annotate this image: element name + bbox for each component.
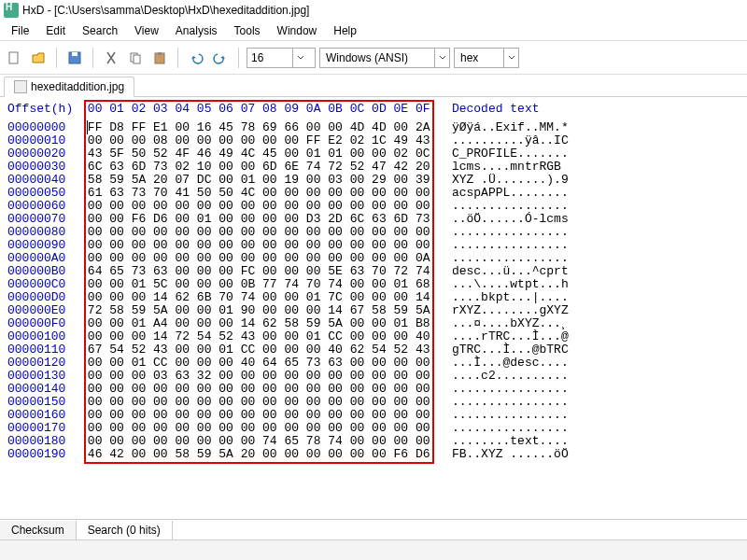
separator <box>92 48 93 68</box>
menu-window[interactable]: Window <box>270 22 325 39</box>
paste-button[interactable] <box>149 48 170 68</box>
svg-rect-0 <box>9 52 18 63</box>
separator <box>56 48 57 68</box>
hex-editor[interactable]: Offset(h) 00 01 02 03 04 05 06 07 08 09 … <box>0 97 747 461</box>
undo-button[interactable] <box>186 48 206 68</box>
save-button[interactable] <box>64 48 85 68</box>
tab-search-hits[interactable]: Search (0 hits) <box>77 521 173 539</box>
new-button[interactable] <box>4 48 24 68</box>
file-icon <box>14 80 27 93</box>
copy-button[interactable] <box>125 48 146 68</box>
hex-header-row: Offset(h) 00 01 02 03 04 05 06 07 08 09 … <box>7 103 740 116</box>
number-base-combo[interactable]: hex <box>454 48 519 68</box>
tab-checksum[interactable]: Checksum <box>0 521 77 539</box>
menu-view[interactable]: View <box>127 22 166 39</box>
hex-body[interactable]: 00000000 FF D8 FF E1 00 16 45 78 69 66 0… <box>7 121 740 461</box>
menu-tools[interactable]: Tools <box>227 22 268 39</box>
tab-label: hexeditaddition.jpg <box>31 80 124 93</box>
menu-file[interactable]: File <box>4 22 36 39</box>
menu-search[interactable]: Search <box>75 22 125 39</box>
document-tabs: hexeditaddition.jpg <box>0 75 747 97</box>
bytes-per-row-input[interactable] <box>247 51 292 64</box>
redo-button[interactable] <box>210 48 231 68</box>
tab-active[interactable]: hexeditaddition.jpg <box>4 77 134 97</box>
menu-edit[interactable]: Edit <box>38 22 73 39</box>
chevron-down-icon[interactable] <box>503 49 518 67</box>
svg-rect-2 <box>72 52 78 56</box>
window-title: HxD - [C:\Users\samma\Desktop\HxD\hexedi… <box>22 4 309 17</box>
svg-rect-6 <box>158 52 162 55</box>
chevron-down-icon[interactable] <box>292 49 307 67</box>
app-icon <box>4 3 19 18</box>
chevron-down-icon[interactable] <box>434 49 449 67</box>
cut-button[interactable] <box>101 48 121 68</box>
titlebar: HxD - [C:\Users\samma\Desktop\HxD\hexedi… <box>0 0 747 21</box>
statusbar <box>0 539 747 560</box>
menu-help[interactable]: Help <box>326 22 364 39</box>
svg-rect-4 <box>134 55 140 63</box>
separator <box>177 48 178 68</box>
toolbar: Windows (ANSI) hex <box>0 41 747 75</box>
bytes-per-row-combo[interactable] <box>247 48 316 68</box>
encoding-combo[interactable]: Windows (ANSI) <box>319 48 450 68</box>
menubar: File Edit Search View Analysis Tools Win… <box>0 21 747 41</box>
menu-analysis[interactable]: Analysis <box>168 22 225 39</box>
open-button[interactable] <box>28 48 49 68</box>
bottom-tabs: Checksum Search (0 hits) <box>0 519 747 539</box>
encoding-value: Windows (ANSI) <box>320 51 434 64</box>
separator <box>238 48 239 68</box>
number-base-value: hex <box>455 51 503 64</box>
